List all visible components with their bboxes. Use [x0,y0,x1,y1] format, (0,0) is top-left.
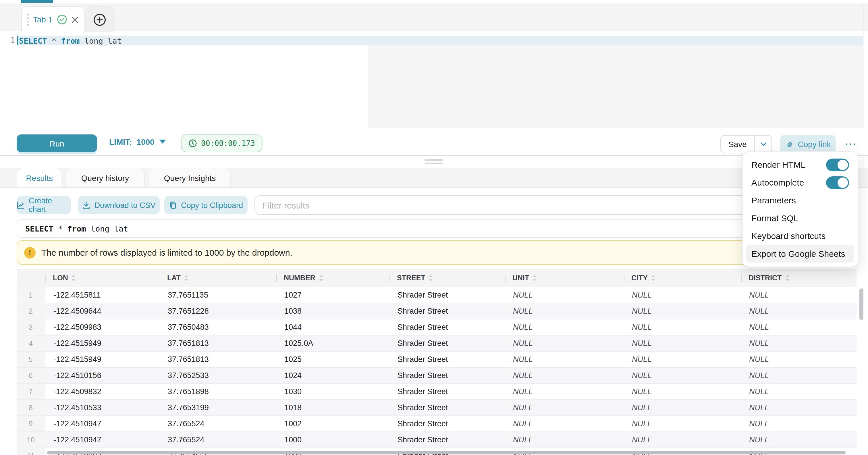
table-row[interactable]: 6-122.451015637.76525331024Shrader Stree… [17,368,857,384]
menu-item-autocomplete[interactable]: Autocomplete [746,174,854,191]
table-header-number[interactable]: NUMBER [276,269,390,287]
table-cell[interactable]: -122.4510533 [45,400,160,415]
table-cell[interactable]: -122.4510156 [45,368,160,383]
table-cell[interactable]: NULL [741,400,849,415]
sql-editor[interactable]: 1 SELECT * from long_lat [0,31,868,129]
menu-item-export-to-google-sheets[interactable]: Export to Google Sheets [746,245,854,263]
table-cell[interactable]: NULL [741,432,849,448]
table-row[interactable]: 10-122.451094737.7655241000Shrader Stree… [17,432,857,448]
table-row[interactable]: 8-122.451053337.76531991018Shrader Stree… [17,400,857,416]
table-cell[interactable]: Shrader Street [390,368,505,383]
table-row[interactable]: 9-122.451094737.7655241002Shrader Street… [17,416,857,432]
table-cell[interactable]: Shrader Street [390,384,505,399]
run-button[interactable]: Run [17,134,97,152]
table-cell[interactable]: NULL [741,335,849,351]
tab-drag-handle-icon[interactable] [27,13,29,26]
table-cell[interactable] [849,384,857,399]
table-cell[interactable]: 37.7650483 [160,320,276,335]
table-cell[interactable]: NULL [624,287,741,303]
table-cell[interactable] [849,368,857,383]
table-cell[interactable]: NULL [505,400,624,415]
menu-item-keyboard-shortcuts[interactable]: Keyboard shortcuts [746,227,854,245]
table-cell[interactable]: NULL [741,384,849,399]
sort-icon[interactable] [319,275,323,281]
table-cell[interactable]: NULL [505,368,624,383]
table-cell[interactable]: 1027 [276,287,390,303]
sort-icon[interactable] [429,275,433,281]
results-tab-query-history[interactable]: Query history [65,168,145,187]
table-cell[interactable]: NULL [505,432,624,448]
table-cell[interactable]: NULL [505,384,624,399]
table-cell[interactable]: NULL [624,432,741,448]
table-cell[interactable]: NULL [505,320,624,335]
table-cell[interactable] [849,352,857,367]
table-cell[interactable]: NULL [741,416,849,431]
table-cell[interactable] [849,303,857,319]
vertical-scrollbar[interactable] [859,289,863,320]
table-cell[interactable]: -122.4515949 [45,335,160,351]
table-row[interactable]: 2-122.450964437.76512281038Shrader Stree… [17,303,857,320]
table-cell[interactable]: Shrader Street [390,352,505,367]
table-header-lon[interactable]: LON [45,269,160,287]
table-cell[interactable] [849,400,857,415]
table-row[interactable]: 5-122.451594937.76518131025Shrader Stree… [17,352,857,368]
table-cell[interactable]: NULL [741,287,849,303]
table-cell[interactable] [849,416,857,431]
save-button[interactable]: Save [721,135,755,153]
table-cell[interactable]: -122.4510947 [45,432,160,448]
table-cell[interactable]: 37.7652533 [160,368,276,383]
pane-resize-handle[interactable] [425,159,443,165]
table-cell[interactable]: 37.765524 [160,432,276,448]
table-cell[interactable]: 1024 [276,368,390,383]
table-cell[interactable]: NULL [505,352,624,367]
table-header-unit[interactable]: UNIT [505,269,624,287]
table-cell[interactable] [849,448,857,455]
table-cell[interactable] [849,335,857,351]
table-cell[interactable]: 1030 [276,384,390,399]
results-tab-query-insights[interactable]: Query Insights [149,168,231,187]
table-cell[interactable]: 1025 [276,352,390,367]
table-cell[interactable]: Shrader Street [390,320,505,335]
menu-item-format-sql[interactable]: Format SQL [746,209,854,227]
sort-icon[interactable] [651,275,656,281]
table-cell[interactable]: Shrader Street [390,287,505,303]
table-cell[interactable]: -122.4515811 [45,287,160,303]
table-cell[interactable]: Shrader Street [390,432,505,448]
menu-item-parameters[interactable]: Parameters [746,191,854,209]
more-options-button[interactable]: ··· [840,135,863,153]
sort-icon[interactable] [71,275,76,281]
table-cell[interactable]: NULL [505,303,624,319]
table-header-district[interactable]: DISTRICT [741,269,849,287]
toggle-switch-on[interactable] [826,176,849,189]
limit-dropdown[interactable]: LIMIT: 1000 [109,128,166,155]
table-cell[interactable]: NULL [741,303,849,319]
sort-icon[interactable] [532,275,537,281]
table-header-city[interactable]: CITY [624,269,741,287]
table-cell[interactable]: NULL [624,368,741,383]
table-cell[interactable]: 37.7651135 [160,287,276,303]
table-cell[interactable]: -122.4510947 [45,416,160,431]
create-chart-button[interactable]: Create chart [17,196,71,214]
table-cell[interactable] [849,287,857,303]
table-cell[interactable]: Shrader Street [390,335,505,351]
table-cell[interactable]: Shrader Street [390,400,505,415]
table-cell[interactable]: NULL [624,352,741,367]
table-cell[interactable]: 1044 [276,320,390,335]
table-row[interactable]: 4-122.451594937.76518131025.0AShrader St… [17,335,857,352]
table-cell[interactable]: NULL [624,335,741,351]
table-cell[interactable]: 1038 [276,303,390,319]
table-cell[interactable]: 1018 [276,400,390,415]
table-cell[interactable]: Shrader Street [390,416,505,431]
table-row[interactable]: 7-122.450983237.76518981030Shrader Stree… [17,384,857,400]
table-cell[interactable]: -122.4509983 [45,320,160,335]
download-csv-button[interactable]: Download to CSV [78,196,160,214]
results-tab-results[interactable]: Results [17,168,62,187]
table-cell[interactable]: -122.4509832 [45,384,160,399]
table-cell[interactable]: -122.4515949 [45,352,160,367]
table-cell[interactable]: 37.7651898 [160,384,276,399]
table-header-lat[interactable]: LAT [160,269,276,287]
save-options-button[interactable] [755,135,772,153]
sort-icon[interactable] [184,275,189,281]
table-cell[interactable]: NULL [624,400,741,415]
table-cell[interactable]: NULL [741,352,849,367]
